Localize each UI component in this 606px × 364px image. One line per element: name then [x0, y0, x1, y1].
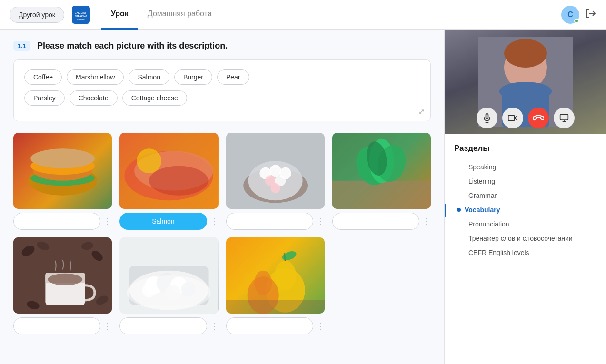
answer-row-cottage: ⋮ — [119, 317, 218, 334]
svg-point-58 — [254, 271, 272, 295]
tab-homework[interactable]: Домашняя работа — [138, 0, 221, 30]
answer-dots-coffee[interactable]: ⋮ — [103, 321, 112, 331]
answer-pill-marshmallow[interactable] — [226, 213, 313, 230]
chip-cottage-cheese[interactable]: Cottage cheese — [122, 90, 187, 106]
image-parsley — [332, 133, 431, 209]
svg-point-21 — [269, 165, 281, 177]
svg-point-51 — [127, 275, 211, 310]
video-area — [445, 30, 606, 134]
answer-row-salmon: Salmon ⋮ — [119, 213, 218, 230]
image-grid: burger ⋮ — [13, 133, 431, 334]
logo-badge: ENGLISH SPEAKING & MORE — [72, 6, 90, 24]
image-cottage — [119, 237, 218, 314]
answer-pill-pear[interactable] — [226, 317, 313, 334]
chip-chocolate[interactable]: Chocolate — [70, 90, 118, 106]
svg-point-65 — [499, 82, 552, 101]
image-coffee — [13, 237, 112, 314]
sidebar-item-label-trainer: Тренажер слов и словосочетаний — [468, 235, 573, 242]
sidebar-item-label-grammar: Grammar — [468, 192, 497, 199]
exercise-number: 1.1 — [13, 41, 30, 51]
main-layout: 1.1 Please match each picture with its d… — [0, 30, 606, 364]
image-item-coffee: ⋮ — [13, 237, 112, 334]
image-item-cottage: ⋮ — [119, 237, 218, 334]
hangup-button[interactable] — [528, 108, 549, 128]
sidebar-item-vocabulary[interactable]: Vocabulary — [454, 203, 596, 217]
sections-nav: Разделы Speaking Listening Grammar Vocab… — [445, 134, 606, 364]
answer-row-marshmallow: ⋮ — [226, 213, 325, 230]
sidebar-item-pronunciation[interactable]: Pronunciation — [454, 217, 596, 231]
answer-pill-cottage[interactable] — [119, 317, 207, 334]
answer-pill-salmon[interactable]: Salmon — [119, 213, 207, 230]
active-bar — [445, 204, 446, 217]
svg-point-15 — [137, 148, 162, 173]
chip-marshmellow[interactable]: Marshmellow — [67, 69, 124, 85]
logout-button[interactable] — [585, 8, 596, 22]
nav-right: С — [561, 6, 596, 24]
top-navigation: Другой урок ENGLISH SPEAKING & MORE Урок… — [0, 0, 606, 30]
content-area: 1.1 Please match each picture with its d… — [0, 30, 444, 364]
answer-row-pear: ⋮ — [226, 317, 325, 334]
svg-text:SPEAKING: SPEAKING — [75, 15, 87, 18]
tab-lesson[interactable]: Урок — [101, 0, 138, 30]
image-item-pear: ⋮ — [226, 237, 325, 334]
exercise-title: Please match each picture with its descr… — [37, 41, 228, 51]
answer-pill-coffee[interactable] — [13, 317, 100, 334]
chip-salmon[interactable]: Salmon — [129, 69, 169, 85]
answer-dots-marshmallow[interactable]: ⋮ — [316, 216, 325, 226]
svg-point-25 — [270, 183, 280, 193]
image-item-salmon: Salmon ⋮ — [119, 133, 218, 230]
video-controls — [477, 108, 575, 128]
answer-pill-burger[interactable] — [13, 213, 100, 230]
mic-button[interactable] — [477, 108, 497, 128]
svg-rect-70 — [560, 115, 568, 120]
nav-tabs: Урок Домашняя работа — [101, 0, 221, 30]
svg-text:& MORE: & MORE — [77, 18, 85, 20]
sidebar-item-label-cefr: CEFR English levels — [468, 249, 529, 256]
avatar[interactable]: С — [561, 6, 579, 24]
answer-row-burger: ⋮ — [13, 213, 112, 230]
sections-title: Разделы — [454, 144, 596, 153]
sidebar-item-label-speaking: Speaking — [468, 163, 496, 171]
answer-dots-cottage[interactable]: ⋮ — [210, 321, 219, 331]
word-chips-row-2: Parsley Chocolate Cottage cheese — [24, 90, 420, 106]
answer-dots-parsley[interactable]: ⋮ — [422, 216, 431, 226]
svg-rect-69 — [508, 115, 514, 121]
sidebar-item-label-pronunciation: Pronunciation — [468, 220, 509, 228]
sidebar-item-grammar[interactable]: Grammar — [454, 188, 596, 203]
cam-button[interactable] — [502, 108, 523, 128]
answer-pill-parsley[interactable] — [332, 213, 419, 230]
sidebar-item-label-vocabulary: Vocabulary — [465, 206, 500, 214]
sidebar-item-label-listening: Listening — [468, 177, 495, 185]
image-burger: burger — [13, 133, 112, 209]
image-marshmallow — [226, 133, 325, 209]
active-dot — [457, 208, 461, 212]
chip-burger[interactable]: Burger — [174, 69, 212, 85]
word-chips-row-1: Coffee Marshmellow Salmon Burger Pear — [24, 69, 420, 85]
svg-point-54 — [274, 261, 296, 290]
sidebar-item-speaking[interactable]: Speaking — [454, 160, 596, 174]
answer-dots-burger[interactable]: ⋮ — [103, 216, 112, 226]
answer-dots-salmon[interactable]: ⋮ — [210, 216, 219, 226]
exercise-header: 1.1 Please match each picture with its d… — [13, 41, 431, 51]
sidebar-item-listening[interactable]: Listening — [454, 174, 596, 188]
online-dot — [574, 19, 579, 23]
sidebar-item-cefr[interactable]: CEFR English levels — [454, 246, 596, 260]
image-salmon — [119, 133, 218, 209]
image-item-parsley: ⋮ — [332, 133, 431, 230]
expand-icon[interactable]: ⤢ — [418, 107, 425, 116]
svg-point-10 — [30, 148, 95, 168]
answer-row-parsley: ⋮ — [332, 213, 431, 230]
svg-point-16 — [149, 166, 208, 196]
svg-point-41 — [48, 274, 83, 285]
screen-share-button[interactable] — [554, 108, 575, 128]
sidebar-item-trainer[interactable]: Тренажер слов и словосочетаний — [454, 231, 596, 246]
chip-parsley[interactable]: Parsley — [24, 90, 65, 106]
svg-text:ENGLISH: ENGLISH — [75, 11, 88, 14]
chip-coffee[interactable]: Coffee — [24, 69, 62, 85]
other-lesson-button[interactable]: Другой урок — [10, 7, 64, 23]
answer-dots-pear[interactable]: ⋮ — [316, 321, 325, 331]
image-item-marshmallow: ⋮ — [226, 133, 325, 230]
word-pool: Coffee Marshmellow Salmon Burger Pear Pa… — [13, 59, 431, 121]
chip-pear[interactable]: Pear — [217, 69, 249, 85]
image-pear — [226, 237, 325, 314]
